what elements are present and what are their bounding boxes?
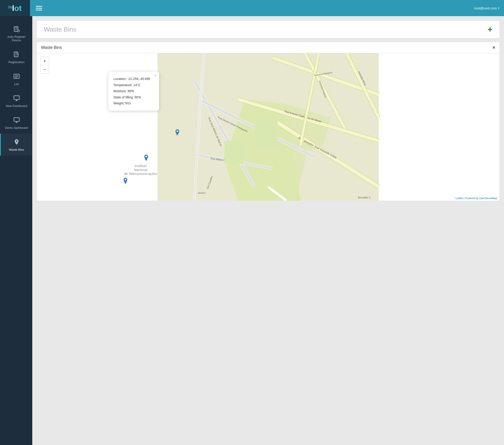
hamburger-line-1 xyxy=(36,6,42,7)
map-attribution: Leaflet | Powered by OpenStreetMap xyxy=(455,197,497,200)
sidebar-label-new-dashboard: New Dashboard xyxy=(6,104,27,108)
monitor2-icon xyxy=(12,116,21,124)
add-button[interactable]: + xyxy=(488,25,492,34)
svg-point-51 xyxy=(177,130,178,132)
zoom-out-button[interactable]: − xyxy=(41,65,49,73)
list-icon xyxy=(12,72,21,80)
svg-point-52 xyxy=(145,156,147,157)
logo: inlot xyxy=(8,4,22,13)
map-zoom-controls: + − xyxy=(40,57,49,74)
sidebar: Auto Register Device Registration xyxy=(0,16,32,445)
map-widget-header: Waste Bins × xyxy=(37,42,499,53)
user-menu[interactable]: root@root.com ▾ xyxy=(474,6,499,10)
map-info-popup: × Location: -22.256,-45.695 Temperature:… xyxy=(108,72,159,111)
svg-rect-2 xyxy=(14,52,18,57)
svg-point-13 xyxy=(16,141,17,142)
svg-rect-10 xyxy=(14,118,19,121)
popup-location: Location: -22.256,-45.695 xyxy=(113,76,154,82)
sidebar-label-registration: Registration xyxy=(9,60,24,64)
svg-point-53 xyxy=(125,179,126,180)
header-left: inlot xyxy=(5,0,43,16)
map-close-button[interactable]: × xyxy=(492,45,495,50)
sidebar-label-list: List xyxy=(14,82,19,86)
app-header: inlot root@root.com ▾ xyxy=(0,0,504,16)
hamburger-button[interactable] xyxy=(35,5,43,12)
popup-temperature: Temperature: 14°C xyxy=(113,82,154,88)
sidebar-item-registration[interactable]: Registration xyxy=(0,46,32,68)
map-svg: Rua José Ribeiro de Barros Rua Doutor Om… xyxy=(37,53,499,201)
main-content: Waste Bins + Waste Bins × xyxy=(32,16,504,445)
sidebar-item-list[interactable]: List xyxy=(0,68,32,90)
svg-rect-47 xyxy=(224,141,243,164)
svg-rect-46 xyxy=(254,120,277,148)
zoom-in-button[interactable]: + xyxy=(41,57,49,65)
monitor-icon xyxy=(12,94,21,102)
popup-weight: Weight:7KG xyxy=(113,100,154,106)
hamburger-line-3 xyxy=(36,10,42,10)
svg-rect-7 xyxy=(14,96,19,100)
user-chevron: ▾ xyxy=(498,6,499,10)
sidebar-label-auto-register: Auto Register Device xyxy=(3,35,30,42)
waste-bins-icon xyxy=(12,138,21,146)
map-container: Rua José Ribeiro de Barros Rua Doutor Om… xyxy=(37,53,499,201)
map-marker-3[interactable] xyxy=(122,178,129,186)
sidebar-item-waste-bins[interactable]: Waste Bins xyxy=(0,134,32,155)
sidebar-item-auto-register[interactable]: Auto Register Device xyxy=(0,21,32,46)
map-widget-title: Waste Bins xyxy=(41,45,62,50)
svg-text:Benedito C.: Benedito C. xyxy=(358,196,371,199)
map-marker-2[interactable] xyxy=(143,155,149,163)
main-layout: Auto Register Device Registration xyxy=(0,16,504,445)
sidebar-item-demo-dashboard[interactable]: Demo dashboard xyxy=(0,112,32,134)
popup-close-button[interactable]: × xyxy=(154,73,156,78)
sidebar-label-demo-dashboard: Demo dashboard xyxy=(5,126,28,130)
logo-area: inlot xyxy=(0,0,30,16)
sidebar-item-new-dashboard[interactable]: New Dashboard xyxy=(0,90,32,112)
edit-icon xyxy=(12,50,21,59)
popup-moisture: Moisture: 80% xyxy=(113,88,154,94)
map-marker-1[interactable] xyxy=(174,129,180,137)
sidebar-label-waste-bins: Waste Bins xyxy=(9,148,24,151)
edit-device-icon xyxy=(12,25,21,33)
hamburger-line-2 xyxy=(36,8,42,9)
page-header-card: Waste Bins + xyxy=(37,21,499,39)
user-email: root@root.com xyxy=(474,6,497,10)
svg-text:eineiro: eineiro xyxy=(198,191,205,194)
popup-state-of-filling: State of filling: 80% xyxy=(113,94,154,101)
page-title: Waste Bins xyxy=(44,26,76,33)
map-widget: Waste Bins × Rua José Ribeiro de Ba xyxy=(37,42,499,201)
